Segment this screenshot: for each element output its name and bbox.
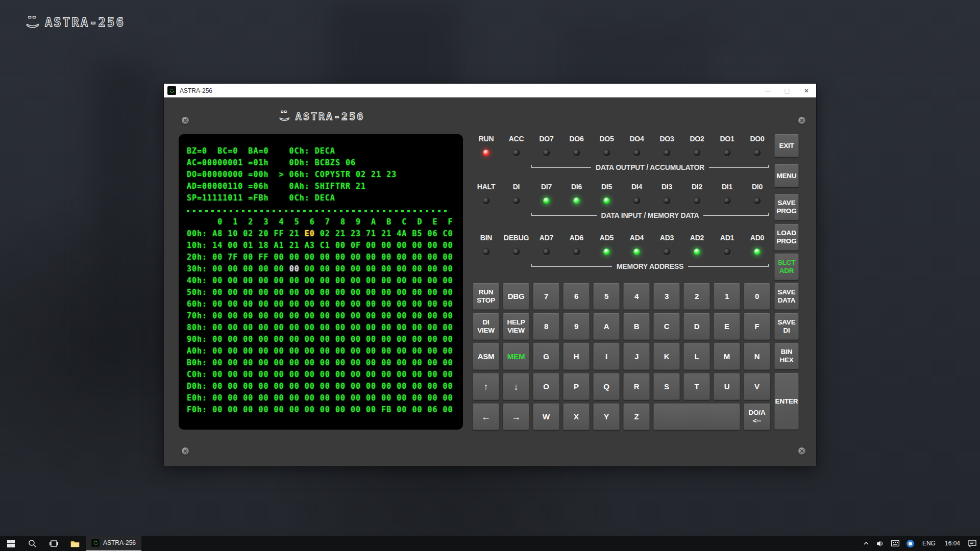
memory-cell-highlight: 00 xyxy=(289,264,300,273)
key-arrow-right[interactable]: → xyxy=(503,404,529,430)
titlebar[interactable]: :) ASTRA-256 — ▢ ✕ xyxy=(164,84,816,97)
screen-separator xyxy=(187,210,448,212)
led-label-do6: DO6 xyxy=(561,135,592,144)
led-cell xyxy=(561,149,592,156)
key-3[interactable]: 3 xyxy=(653,283,680,310)
key-k[interactable]: K xyxy=(653,343,680,370)
led-ad1 xyxy=(724,248,730,255)
key-9[interactable]: 9 xyxy=(563,313,590,340)
led-cell xyxy=(742,197,772,204)
key-c[interactable]: C xyxy=(653,313,680,340)
key-a[interactable]: A xyxy=(593,313,620,340)
key-s[interactable]: S xyxy=(653,373,680,400)
key-help-view[interactable]: HELPVIEW xyxy=(503,313,529,340)
key-v[interactable]: V xyxy=(744,373,770,400)
led-cell xyxy=(471,248,501,255)
window-body: :)ASTRA-256 BZ=0 BC=0 BA=0 0Ch: DECA AC=… xyxy=(164,97,816,466)
volume-button[interactable] xyxy=(873,536,888,551)
load-prog-button[interactable]: LOADPROG xyxy=(774,224,799,251)
clock[interactable]: 16:04 xyxy=(940,540,965,547)
minimize-button[interactable]: — xyxy=(758,84,777,97)
task-view-button[interactable] xyxy=(43,536,64,551)
key-run-stop[interactable]: RUNSTOP xyxy=(473,283,499,310)
led-row: HALTDIDI7DI6DI5DI4DI3DI2DI1DI0DATA INPUT… xyxy=(471,183,772,219)
caption-text: MEMORY ADDRESS xyxy=(612,262,688,270)
save-di-button[interactable]: SAVEDI xyxy=(774,313,799,340)
key-8[interactable]: 8 xyxy=(533,313,559,340)
key-u[interactable]: U xyxy=(714,373,740,400)
key-p[interactable]: P xyxy=(563,373,590,400)
led-label-ad6: AD6 xyxy=(561,234,592,243)
key-arrow-up[interactable]: ↑ xyxy=(473,373,499,400)
key-do-a[interactable]: DO/A<-- xyxy=(744,404,770,430)
led-label-do7: DO7 xyxy=(531,135,561,144)
led-di0 xyxy=(754,197,761,204)
key-l[interactable]: L xyxy=(683,343,710,370)
key-n[interactable]: N xyxy=(744,343,770,370)
key-0[interactable]: 0 xyxy=(744,283,770,310)
key-arrow-left[interactable]: ← xyxy=(473,404,499,430)
led-cell xyxy=(561,248,592,255)
led-labels: BINDEBUGAD7AD6AD5AD4AD3AD2AD1AD0 xyxy=(471,234,772,243)
key-o[interactable]: O xyxy=(533,373,559,400)
key-4[interactable]: 4 xyxy=(623,283,650,310)
key-m[interactable]: M xyxy=(714,343,740,370)
key-7[interactable]: 7 xyxy=(533,283,559,310)
key-i[interactable]: I xyxy=(593,343,620,370)
file-explorer-button[interactable] xyxy=(64,536,86,551)
key-z[interactable]: Z xyxy=(623,404,650,430)
task-view-icon xyxy=(50,540,58,547)
key-blank[interactable] xyxy=(653,404,740,430)
led-label-ad7: AD7 xyxy=(531,234,561,243)
key-asm[interactable]: ASM xyxy=(473,343,499,370)
led-di3 xyxy=(664,197,670,204)
key-di-view[interactable]: DIVIEW xyxy=(473,313,499,340)
key-x[interactable]: X xyxy=(563,404,590,430)
exit-button[interactable]: EXIT xyxy=(774,134,799,157)
led-ad6 xyxy=(573,248,580,255)
tray-app-button[interactable] xyxy=(903,536,918,551)
key-dbg[interactable]: DBG xyxy=(503,283,529,310)
save-data-button[interactable]: SAVEDATA xyxy=(774,283,799,310)
key-arrow-down[interactable]: ↓ xyxy=(503,373,529,400)
key-f[interactable]: F xyxy=(744,313,770,340)
key-w[interactable]: W xyxy=(533,404,559,430)
start-button[interactable] xyxy=(0,536,21,551)
key-h[interactable]: H xyxy=(563,343,590,370)
key-2[interactable]: 2 xyxy=(683,283,710,310)
led-cell xyxy=(742,149,772,156)
led-group-caption: DATA OUTPUT / ACCUMULATOR xyxy=(531,164,769,171)
key-6[interactable]: 6 xyxy=(563,283,590,310)
key-q[interactable]: Q xyxy=(593,373,620,400)
key-5[interactable]: 5 xyxy=(593,283,620,310)
slct-adr-button[interactable]: SLCTADR xyxy=(774,254,799,280)
led-do6 xyxy=(573,149,580,156)
search-button[interactable] xyxy=(21,536,43,551)
notification-center-button[interactable] xyxy=(965,536,980,551)
maximize-button[interactable]: ▢ xyxy=(777,84,797,97)
key-b[interactable]: B xyxy=(623,313,650,340)
bin-hex-button[interactable]: BINHEX xyxy=(774,343,799,369)
taskbar-app-astra-256[interactable]: :) ASTRA-256 xyxy=(86,536,141,551)
enter-button[interactable]: ENTER xyxy=(774,373,799,430)
led-cell xyxy=(592,248,622,255)
language-indicator[interactable]: ENG xyxy=(918,540,940,547)
key-1[interactable]: 1 xyxy=(714,283,740,310)
save-prog-button[interactable]: SAVEPROG xyxy=(774,194,799,220)
key-d[interactable]: D xyxy=(683,313,710,340)
led-cell xyxy=(652,197,682,204)
key-mem[interactable]: MEM xyxy=(503,343,529,370)
led-labels: RUNACCDO7DO6DO5DO4DO3DO2DO1DO0 xyxy=(471,135,772,144)
key-r[interactable]: R xyxy=(623,373,650,400)
menu-button[interactable]: MENU xyxy=(774,164,799,187)
key-t[interactable]: T xyxy=(683,373,710,400)
close-button[interactable]: ✕ xyxy=(797,84,816,97)
key-e[interactable]: E xyxy=(714,313,740,340)
led-label-ad3: AD3 xyxy=(652,234,682,243)
key-y[interactable]: Y xyxy=(593,404,620,430)
touch-keyboard-button[interactable] xyxy=(888,536,903,551)
tray-expand-button[interactable] xyxy=(860,536,873,551)
key-j[interactable]: J xyxy=(623,343,650,370)
led-cell xyxy=(742,248,772,255)
key-g[interactable]: G xyxy=(533,343,559,370)
